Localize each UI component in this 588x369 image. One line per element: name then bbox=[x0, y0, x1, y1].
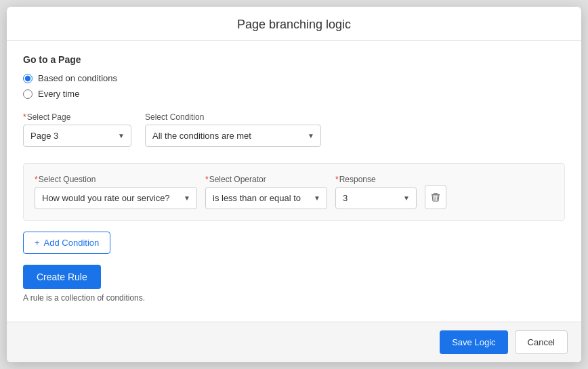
select-response-required-star: * bbox=[335, 175, 339, 184]
condition-row: *Select Question How would you rate our … bbox=[23, 163, 565, 221]
select-question-label: *Select Question bbox=[35, 175, 197, 184]
select-operator-required-star: * bbox=[205, 175, 209, 184]
select-page-input[interactable]: Page 1 Page 2 Page 3 Page 4 bbox=[23, 125, 131, 147]
select-page-wrapper: Page 1 Page 2 Page 3 Page 4 ▼ bbox=[23, 125, 131, 147]
cancel-button[interactable]: Cancel bbox=[515, 330, 568, 354]
svg-rect-1 bbox=[434, 193, 438, 194]
select-operator-label: *Select Operator bbox=[205, 175, 327, 184]
select-page-label: *Select Page bbox=[23, 112, 131, 122]
select-question-group: *Select Question How would you rate our … bbox=[35, 175, 197, 209]
radio-every-time-input[interactable] bbox=[23, 89, 33, 99]
modal-header: Page branching logic bbox=[7, 7, 581, 41]
select-condition-label: Select Condition bbox=[145, 112, 321, 122]
select-response-input[interactable]: 1 2 3 4 5 bbox=[335, 187, 417, 209]
select-response-group: *Response 1 2 3 4 5 ▼ bbox=[335, 175, 417, 209]
select-row: *Select Page Page 1 Page 2 Page 3 Page 4… bbox=[23, 112, 565, 147]
select-operator-input[interactable]: is equal to is less than is less than or… bbox=[205, 187, 327, 209]
select-page-required-star: * bbox=[23, 112, 26, 122]
add-condition-button[interactable]: + Add Condition bbox=[23, 232, 110, 254]
modal-body: Go to a Page Based on conditions Every t… bbox=[7, 41, 581, 322]
select-condition-input[interactable]: All the conditions are met Any condition… bbox=[145, 125, 321, 147]
radio-based-on-conditions-label[interactable]: Based on conditions bbox=[38, 73, 117, 83]
select-condition-group: Select Condition All the conditions are … bbox=[145, 112, 321, 147]
save-logic-button[interactable]: Save Logic bbox=[440, 330, 507, 354]
select-question-required-star: * bbox=[35, 175, 38, 184]
rule-hint: A rule is a collection of conditions. bbox=[23, 293, 565, 303]
modal: Page branching logic Go to a Page Based … bbox=[7, 7, 581, 362]
select-question-wrapper: How would you rate our service? Other qu… bbox=[35, 187, 197, 209]
goto-label: Go to a Page bbox=[23, 54, 565, 65]
create-rule-button[interactable]: Create Rule bbox=[23, 265, 101, 289]
add-condition-label: Add Condition bbox=[44, 238, 100, 248]
modal-title: Page branching logic bbox=[20, 18, 568, 32]
select-page-group: *Select Page Page 1 Page 2 Page 3 Page 4… bbox=[23, 112, 131, 147]
radio-based-on-conditions[interactable]: Based on conditions bbox=[23, 73, 565, 83]
select-question-input[interactable]: How would you rate our service? Other qu… bbox=[35, 187, 197, 209]
modal-footer: Save Logic Cancel bbox=[7, 322, 581, 362]
create-rule-section: Create Rule A rule is a collection of co… bbox=[23, 254, 565, 303]
radio-every-time-label[interactable]: Every time bbox=[38, 89, 79, 99]
select-response-wrapper: 1 2 3 4 5 ▼ bbox=[335, 187, 417, 209]
select-response-label: *Response bbox=[335, 175, 417, 184]
radio-based-on-conditions-input[interactable] bbox=[23, 74, 33, 83]
radio-every-time[interactable]: Every time bbox=[23, 89, 565, 99]
trash-icon bbox=[431, 192, 440, 202]
radio-group: Based on conditions Every time bbox=[23, 73, 565, 99]
select-operator-group: *Select Operator is equal to is less tha… bbox=[205, 175, 327, 209]
condition-fields: *Select Question How would you rate our … bbox=[35, 175, 553, 209]
delete-condition-button[interactable] bbox=[425, 185, 446, 209]
select-operator-wrapper: is equal to is less than is less than or… bbox=[205, 187, 327, 209]
add-condition-plus: + bbox=[35, 238, 40, 248]
select-condition-wrapper: All the conditions are met Any condition… bbox=[145, 125, 321, 147]
